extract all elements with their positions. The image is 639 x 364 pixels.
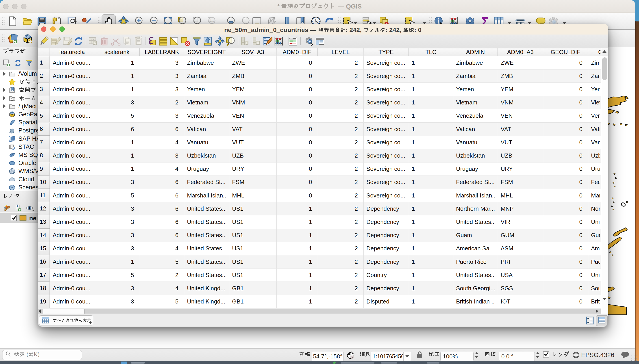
svg-text:1:1: 1:1	[210, 19, 214, 22]
